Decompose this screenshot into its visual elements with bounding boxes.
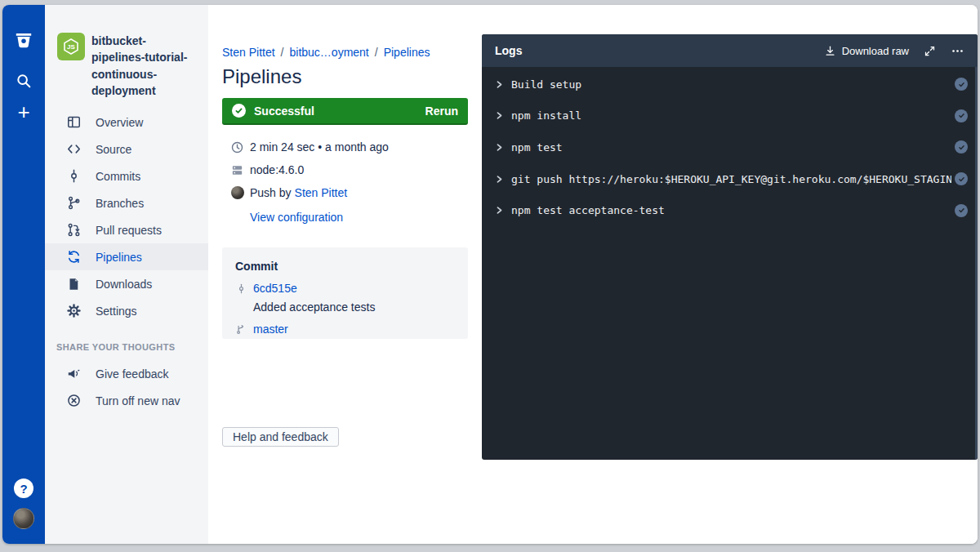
sidebar-item-label: Downloads	[96, 278, 152, 291]
sidebar-item-label: Commits	[96, 170, 140, 183]
status-label: Successful	[254, 105, 314, 118]
logs-title: Logs	[495, 44, 522, 57]
overview-icon	[65, 114, 82, 131]
commit-card-title: Commit	[235, 260, 455, 273]
step-success-icon	[955, 78, 968, 91]
log-command: npm test acceptance-test	[511, 204, 951, 216]
sidebar-item-turn-off-new-nav[interactable]: Turn off new nav	[45, 387, 208, 414]
create-icon[interactable]: +	[13, 101, 34, 122]
breadcrumb-separator: /	[281, 46, 284, 59]
pull-requests-icon	[65, 222, 82, 238]
repo-sidebar: JS bitbucket-pipelines-tutorial-continuo…	[45, 5, 208, 544]
commit-card: Commit 6cd515e Added acceptance tests ma…	[222, 247, 468, 339]
megaphone-icon	[65, 366, 82, 382]
chevron-right-icon	[495, 80, 511, 89]
main-content: Sten Pittet/bitbuc…oyment/Pipelines Pipe…	[208, 5, 978, 544]
breadcrumb-separator: /	[375, 46, 378, 59]
repo-avatar-nodejs-icon: JS	[57, 33, 85, 60]
page-title: Pipelines	[222, 65, 301, 88]
sidebar-item-settings[interactable]: Settings	[45, 297, 208, 324]
commit-icon	[235, 282, 247, 295]
breadcrumb-page-link[interactable]: Pipelines	[384, 46, 430, 59]
clock-icon	[229, 140, 245, 155]
settings-icon	[65, 303, 82, 319]
step-success-icon	[955, 140, 968, 154]
duration-row: 2 min 24 sec • a month ago	[222, 136, 468, 158]
branch-link[interactable]: master	[253, 323, 288, 336]
more-options-icon[interactable]	[951, 44, 964, 58]
rerun-button[interactable]: Rerun	[425, 105, 458, 118]
sidebar-item-branches[interactable]: Branches	[45, 189, 208, 216]
push-row: Push bySten Pittet	[222, 181, 468, 204]
sidebar-item-downloads[interactable]: Downloads	[45, 270, 208, 297]
chevron-right-icon	[495, 175, 511, 184]
turn-off-icon	[65, 393, 82, 409]
source-icon	[65, 141, 82, 158]
logs-actions: Download raw	[824, 44, 964, 58]
svg-text:JS: JS	[67, 43, 75, 51]
log-step-git-push[interactable]: git push https://heroku:$HEROKU_API_KEY@…	[482, 163, 978, 195]
step-success-icon	[955, 172, 968, 185]
repo-name: bitbucket-pipelines-tutorial-continuous-…	[91, 33, 197, 99]
sidebar-item-label: Source	[96, 143, 131, 156]
branch-icon	[235, 323, 247, 336]
bitbucket-logo[interactable]	[13, 29, 34, 51]
step-success-icon	[955, 204, 968, 217]
success-check-icon	[232, 104, 246, 118]
sidebar-item-label: Turn off new nav	[96, 394, 180, 407]
pipeline-details: 2 min 24 sec • a month ago node:4.6.0 Pu…	[222, 136, 468, 224]
log-command: npm install	[511, 109, 951, 122]
commit-hash-row: 6cd515e	[235, 282, 455, 295]
repo-nav: Overview Source Commits	[45, 109, 208, 324]
breadcrumb-user-link[interactable]: Sten Pittet	[222, 46, 275, 59]
sidebar-item-pipelines[interactable]: Pipelines	[45, 243, 208, 270]
breadcrumb-repo-link[interactable]: bitbuc…oyment	[289, 46, 368, 59]
duration-text: 2 min 24 sec • a month ago	[250, 140, 389, 154]
pipelines-icon	[65, 249, 82, 265]
commit-message: Added acceptance tests	[235, 300, 455, 314]
sidebar-item-label: Branches	[96, 197, 144, 210]
sidebar-item-overview[interactable]: Overview	[45, 109, 208, 136]
view-configuration-row: View configuration	[222, 211, 468, 224]
sidebar-item-source[interactable]: Source	[45, 136, 208, 162]
push-prefix: Push by	[250, 186, 292, 199]
download-icon[interactable]	[824, 45, 836, 57]
log-command: Build setup	[511, 78, 951, 91]
log-command: git push https://heroku:$HEROKU_API_KEY@…	[511, 173, 951, 185]
branches-icon	[65, 195, 82, 211]
step-success-icon	[955, 109, 968, 122]
fullscreen-icon[interactable]	[924, 45, 936, 57]
commit-hash-link[interactable]: 6cd515e	[253, 282, 297, 295]
push-author-link[interactable]: Sten Pittet	[295, 186, 348, 199]
chevron-right-icon	[495, 111, 511, 120]
sidebar-item-label: Pull requests	[96, 224, 162, 237]
sidebar-item-commits[interactable]: Commits	[45, 162, 208, 189]
breadcrumb: Sten Pittet/bitbuc…oyment/Pipelines	[222, 46, 430, 59]
log-step-npm-install[interactable]: npm install	[482, 100, 978, 132]
chevron-right-icon	[495, 143, 511, 152]
sidebar-item-label: Give feedback	[96, 367, 169, 381]
view-configuration-link[interactable]: View configuration	[250, 211, 343, 224]
chevron-right-icon	[495, 206, 511, 215]
search-icon[interactable]	[13, 70, 34, 91]
log-step-npm-acceptance-test[interactable]: npm test acceptance-test	[482, 194, 978, 226]
sidebar-item-pull-requests[interactable]: Pull requests	[45, 216, 208, 243]
log-command: npm test	[511, 141, 951, 154]
user-avatar[interactable]	[13, 508, 34, 529]
sidebar-section-label: SHARE YOUR THOUGHTS	[45, 342, 208, 352]
commits-icon	[65, 168, 82, 185]
pusher-avatar	[229, 185, 245, 201]
log-step-npm-test[interactable]: npm test	[482, 131, 978, 163]
log-step-build-setup[interactable]: Build setup	[482, 69, 978, 100]
help-and-feedback-button[interactable]: Help and feedback	[222, 427, 339, 447]
repo-header[interactable]: JS bitbucket-pipelines-tutorial-continuo…	[45, 33, 208, 99]
sidebar-item-label: Settings	[96, 305, 137, 318]
push-text: Push bySten Pittet	[250, 186, 347, 199]
logs-panel: Logs Download raw	[482, 34, 978, 460]
download-raw-button[interactable]: Download raw	[842, 45, 909, 57]
help-icon[interactable]: ?	[14, 479, 33, 498]
sidebar-item-give-feedback[interactable]: Give feedback	[45, 360, 208, 387]
sidebar-item-label: Overview	[96, 116, 143, 129]
app-window: + ? JS bitbucket-pipelines-tutorial-cont…	[2, 5, 978, 544]
image-text: node:4.6.0	[250, 163, 304, 176]
